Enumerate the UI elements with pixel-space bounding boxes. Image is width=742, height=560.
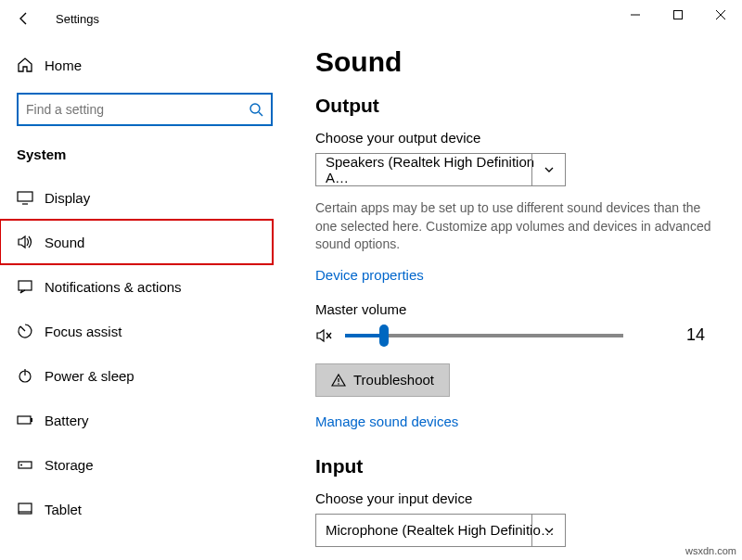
nav-label: Power & sleep [45,368,134,384]
watermark: wsxdn.com [685,545,736,556]
minimize-button[interactable] [614,0,657,30]
volume-slider[interactable] [345,334,623,337]
nav-tablet[interactable]: Tablet [17,487,273,531]
nav-focus[interactable]: Focus assist [17,309,273,353]
notifications-icon [17,278,45,295]
troubleshoot-label: Troubleshoot [353,372,434,388]
chevron-down-icon [531,154,565,185]
nav-battery[interactable]: Battery [17,398,273,442]
input-device-dropdown[interactable]: Microphone (Realtek High Definitio… [315,514,566,547]
nav-label: Storage [45,457,94,473]
nav-label: Focus assist [45,324,122,339]
svg-rect-10 [31,418,32,422]
nav-label: Notifications & actions [45,279,182,295]
window-title: Settings [56,12,99,26]
search-box[interactable] [17,93,273,126]
section-heading: System [17,146,273,162]
nav-power[interactable]: Power & sleep [17,353,273,398]
warning-icon [331,373,346,388]
svg-rect-1 [674,11,683,19]
home-icon [17,57,45,73]
search-icon [249,102,263,117]
output-description: Certain apps may be set up to use differ… [315,199,723,254]
tablet-icon [17,501,45,517]
display-icon [17,189,45,206]
svg-point-12 [20,465,22,466]
home-label: Home [45,57,82,73]
power-icon [17,367,45,384]
nav-label: Tablet [45,502,82,517]
troubleshoot-button[interactable]: Troubleshoot [315,363,450,397]
input-device-label: Choose your input device [315,490,723,506]
search-input[interactable] [26,102,263,117]
chevron-down-icon [531,515,565,546]
mute-icon[interactable] [315,326,334,345]
input-device-value: Microphone (Realtek High Definitio… [326,522,555,538]
svg-rect-9 [18,416,31,424]
manage-sound-devices-link[interactable]: Manage sound devices [315,414,723,429]
home-nav[interactable]: Home [17,46,273,83]
device-properties-link[interactable]: Device properties [315,267,723,283]
sound-icon [17,234,45,250]
storage-icon [17,456,45,473]
nav-storage[interactable]: Storage [17,442,273,487]
output-device-label: Choose your output device [315,130,723,146]
nav-display[interactable]: Display [17,175,273,220]
output-device-dropdown[interactable]: Speakers (Realtek High Definition A… [315,153,566,186]
input-heading: Input [315,455,723,477]
svg-rect-6 [19,281,32,290]
svg-line-3 [259,112,262,116]
maximize-button[interactable] [657,0,699,30]
focus-icon [17,323,45,339]
nav-label: Battery [45,413,89,428]
nav-label: Display [45,190,90,206]
output-device-value: Speakers (Realtek High Definition A… [326,154,556,185]
svg-point-2 [250,104,260,113]
nav-label: Sound [45,235,84,250]
close-button[interactable] [699,0,742,30]
volume-value: 14 [686,325,705,345]
page-title: Sound [315,46,723,78]
battery-icon [17,412,45,428]
svg-rect-4 [18,192,32,201]
svg-point-16 [338,383,339,385]
nav-sound[interactable]: Sound [0,220,273,264]
back-button[interactable] [17,11,43,26]
nav-notifications[interactable]: Notifications & actions [17,264,273,309]
output-heading: Output [315,95,723,117]
master-volume-label: Master volume [315,301,723,317]
